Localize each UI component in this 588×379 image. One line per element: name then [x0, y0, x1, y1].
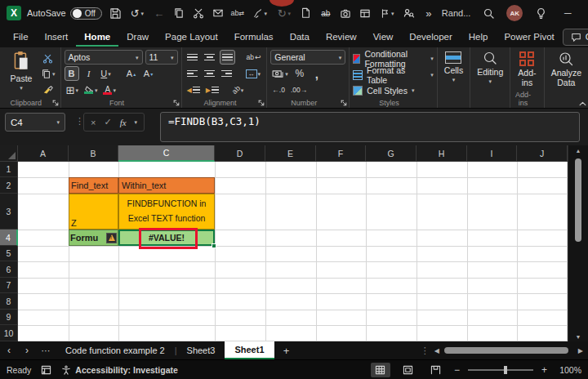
- decrease-indent-button[interactable]: ◀: [185, 82, 202, 97]
- cancel-entry-button[interactable]: ×: [91, 118, 96, 127]
- new-file-button[interactable]: [299, 5, 314, 21]
- row-header-4[interactable]: 4: [0, 230, 18, 246]
- number-dialog-launcher[interactable]: [341, 100, 347, 106]
- user-avatar[interactable]: AK: [506, 5, 523, 21]
- horizontal-scroll-track[interactable]: [444, 346, 573, 354]
- lightbulb-icon[interactable]: [533, 5, 548, 21]
- font-name-select[interactable]: Aptos▾: [65, 50, 143, 65]
- paste-button[interactable]: Paste ▾: [3, 50, 39, 97]
- cell-styles-button[interactable]: Cell Styles▾: [353, 83, 434, 97]
- next-sheet-button[interactable]: ›: [18, 345, 36, 356]
- vertical-scroll-thumb[interactable]: [575, 158, 581, 242]
- accessibility-status[interactable]: Accessibility: Investigate: [61, 365, 177, 375]
- back-button[interactable]: ←: [152, 5, 167, 21]
- tab-page-layout[interactable]: Page Layout: [157, 28, 226, 47]
- column-header-d[interactable]: D: [215, 145, 265, 162]
- normal-view-button[interactable]: [371, 363, 390, 377]
- column-header-h[interactable]: H: [416, 145, 467, 162]
- undo-button[interactable]: ↺▾: [127, 5, 147, 21]
- bottom-align-button[interactable]: [220, 50, 235, 65]
- zoom-in-button[interactable]: +: [541, 364, 547, 376]
- new-sheet-button[interactable]: +: [274, 345, 299, 357]
- document-name[interactable]: Rand...: [442, 8, 470, 18]
- font-color-button[interactable]: A▾: [101, 82, 118, 97]
- format-painter-ribbon-button[interactable]: [39, 83, 57, 97]
- comments-button[interactable]: Comments: [563, 29, 588, 46]
- copy-button[interactable]: [172, 5, 186, 21]
- insert-function-button[interactable]: fx: [120, 118, 127, 127]
- editing-button[interactable]: Editing ▾: [474, 50, 506, 97]
- column-header-c[interactable]: C: [118, 145, 215, 162]
- column-header-a[interactable]: A: [18, 145, 69, 162]
- alignment-dialog-launcher[interactable]: [258, 100, 265, 106]
- row-header-1[interactable]: 1: [0, 162, 18, 177]
- format-as-table-button[interactable]: Format as Table▾: [353, 67, 434, 82]
- column-header-b[interactable]: B: [69, 145, 118, 162]
- scroll-up-button[interactable]: ▲: [572, 145, 584, 155]
- flag-pen-button[interactable]: ▾: [377, 5, 397, 21]
- table-view-button[interactable]: [358, 5, 372, 21]
- horizontal-scroll-thumb[interactable]: [444, 347, 568, 354]
- column-header-e[interactable]: E: [265, 145, 316, 162]
- sheet-tab-code-function-example-2[interactable]: Code function example 2: [56, 341, 175, 359]
- font-dialog-launcher[interactable]: [173, 100, 180, 106]
- column-header-g[interactable]: G: [366, 145, 416, 162]
- sheet-tab-sheet1-active[interactable]: Sheet1: [225, 341, 274, 359]
- shrink-font-button[interactable]: A▾: [141, 66, 156, 81]
- grow-font-button[interactable]: A▴: [124, 66, 139, 81]
- increase-decimal-button[interactable]: ←.0: [270, 82, 287, 97]
- wrap-text-button[interactable]: ab↩: [245, 50, 263, 65]
- zoom-slider-thumb[interactable]: [504, 366, 507, 374]
- scroll-left-button[interactable]: ◀: [434, 347, 439, 354]
- page-layout-view-button[interactable]: [399, 363, 418, 377]
- align-right-button[interactable]: [220, 66, 234, 81]
- cut-button[interactable]: [191, 5, 206, 21]
- sheet-tab-sheet3[interactable]: Sheet3: [177, 341, 225, 359]
- analyze-data-button[interactable]: Analyze Data: [548, 50, 585, 97]
- formula-bar-expand-icon[interactable]: ▾: [135, 119, 138, 125]
- clipboard-dialog-launcher[interactable]: [52, 100, 59, 106]
- tab-help[interactable]: Help: [461, 28, 497, 47]
- autosave-toggle[interactable]: Off: [70, 7, 102, 20]
- vertical-scroll-track[interactable]: ▲ ▼: [572, 145, 584, 341]
- zoom-out-button[interactable]: −: [454, 364, 460, 376]
- zoom-level[interactable]: 100%: [555, 365, 581, 375]
- column-header-f[interactable]: F: [316, 145, 366, 162]
- save-button[interactable]: [108, 5, 122, 21]
- macro-record-button[interactable]: [41, 365, 51, 375]
- decrease-decimal-button[interactable]: .00→: [289, 82, 309, 97]
- cell-b4[interactable]: Formu: [69, 230, 118, 246]
- tab-file[interactable]: File: [5, 28, 37, 47]
- orientation-button[interactable]: ab▾: [230, 82, 246, 97]
- copy-button-ribbon[interactable]: ▾: [39, 67, 57, 81]
- tab-power-pivot[interactable]: Power Pivot: [496, 28, 562, 47]
- font-size-select[interactable]: 11▾: [145, 50, 178, 65]
- excel-logo-icon[interactable]: [7, 6, 21, 20]
- column-header-j[interactable]: J: [517, 145, 568, 162]
- tab-home[interactable]: Home: [76, 28, 118, 47]
- paste-picture-button[interactable]: [211, 5, 225, 21]
- tab-developer[interactable]: Developer: [401, 28, 460, 47]
- tabbar-resize-handle[interactable]: ⋮: [421, 346, 430, 356]
- cell-b2[interactable]: Find_text: [69, 177, 118, 194]
- strikethrough-button[interactable]: ab: [318, 5, 333, 21]
- tab-view[interactable]: View: [365, 28, 402, 47]
- row-header-2[interactable]: 2: [0, 177, 18, 194]
- align-left-button[interactable]: [185, 66, 200, 81]
- cut-button-ribbon[interactable]: [39, 51, 57, 65]
- scroll-down-button[interactable]: ▼: [572, 332, 584, 341]
- row-header-8[interactable]: 8: [0, 293, 18, 310]
- cell-c2[interactable]: Within_text: [118, 177, 215, 194]
- name-box[interactable]: C4 ▾: [5, 113, 65, 132]
- row-header-5[interactable]: 5: [0, 246, 18, 261]
- conditional-formatting-button[interactable]: Conditional Formatting▾: [353, 51, 434, 66]
- row-header-7[interactable]: 7: [0, 278, 18, 293]
- collapse-ribbon-button[interactable]: [579, 101, 586, 106]
- fill-color-button[interactable]: ▾: [82, 82, 100, 97]
- middle-align-button[interactable]: [203, 50, 217, 65]
- tab-draw[interactable]: Draw: [118, 28, 157, 47]
- borders-button[interactable]: ⊞▾: [65, 82, 80, 97]
- fill-handle[interactable]: [212, 243, 216, 248]
- find-replace-button[interactable]: ab⇄: [230, 5, 245, 21]
- format-painter-button[interactable]: ▾: [250, 5, 270, 21]
